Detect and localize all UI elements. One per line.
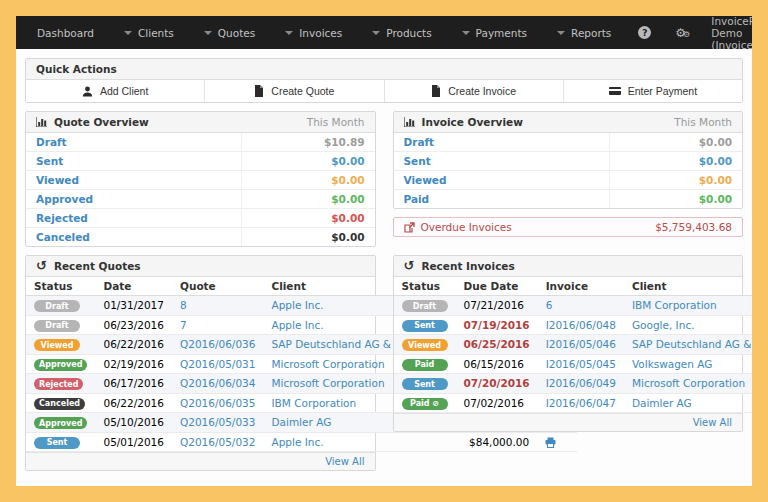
quote-link[interactable]: Q2016/06/035 bbox=[180, 397, 255, 409]
overview-row: Rejected$0.00 bbox=[26, 209, 375, 228]
overview-status-link[interactable]: Viewed bbox=[26, 171, 242, 189]
overview-status-link[interactable]: Sent bbox=[26, 152, 242, 170]
create-quote-button[interactable]: Create Quote bbox=[205, 80, 384, 102]
number-cell: Q2016/05/032 bbox=[172, 432, 263, 452]
enter-payment-button[interactable]: Enter Payment bbox=[564, 80, 742, 102]
invoice-overview-header: Invoice Overview This Month bbox=[394, 112, 743, 133]
nav-item-dashboard[interactable]: Dashboard bbox=[22, 16, 109, 49]
chevron-down-icon bbox=[204, 31, 212, 35]
nav-item-products[interactable]: Products bbox=[357, 16, 446, 49]
client-link[interactable]: Daimler AG bbox=[271, 416, 331, 428]
client-link[interactable]: IBM Corporation bbox=[632, 299, 717, 311]
quote-link[interactable]: Q2016/05/032 bbox=[180, 436, 255, 448]
status-badge: Rejected bbox=[34, 378, 83, 390]
client-link[interactable]: Daimler AG bbox=[632, 397, 692, 409]
overview-status-link[interactable]: Draft bbox=[394, 133, 610, 151]
status-cell: Viewed bbox=[394, 335, 456, 355]
number-cell: 8 bbox=[172, 296, 263, 316]
column-header-client: Client bbox=[624, 277, 752, 296]
status-badge: Approved bbox=[34, 417, 87, 429]
recent-invoices-title: Recent Invoices bbox=[421, 260, 514, 272]
client-link[interactable]: SAP Deutschland AG & Co. KG bbox=[632, 338, 752, 350]
client-link[interactable]: IBM Corporation bbox=[271, 397, 356, 409]
client-cell: Apple Inc. bbox=[263, 432, 437, 452]
quote-link[interactable]: 7 bbox=[180, 319, 187, 331]
client-link[interactable]: Microsoft Corporation bbox=[632, 377, 745, 389]
overview-status-link[interactable]: Rejected bbox=[26, 209, 242, 227]
client-link[interactable]: Google, Inc. bbox=[632, 319, 695, 331]
status-cell: Paid ⊘ bbox=[394, 393, 456, 413]
status-cell: Draft bbox=[394, 296, 456, 316]
overdue-invoices-panel[interactable]: Overdue Invoices $5,759,403.68 bbox=[393, 217, 744, 237]
nav-item-payments[interactable]: Payments bbox=[447, 16, 542, 49]
quote-link[interactable]: Q2016/05/033 bbox=[180, 416, 255, 428]
status-badge: Sent bbox=[402, 378, 448, 390]
quote-link[interactable]: Q2016/06/036 bbox=[180, 338, 255, 350]
quotes-view-all-link[interactable]: View All bbox=[325, 456, 364, 467]
overview-row: Viewed$0.00 bbox=[394, 171, 743, 190]
pdf-cell bbox=[537, 432, 577, 452]
nav-item-quotes[interactable]: Quotes bbox=[189, 16, 270, 49]
nav-item-reports[interactable]: Reports bbox=[542, 16, 626, 49]
chevron-down-icon bbox=[372, 31, 380, 35]
date-cell: 07/21/2016 bbox=[456, 296, 538, 316]
table-row: Sent07/20/2016I2016/06/049Microsoft Corp… bbox=[394, 374, 753, 394]
status-badge: Draft bbox=[34, 320, 80, 332]
overview-row: Paid$0.00 bbox=[394, 190, 743, 208]
client-link[interactable]: Apple Inc. bbox=[271, 319, 323, 331]
quote-link[interactable]: Q2016/05/031 bbox=[180, 358, 255, 370]
overview-row: Draft$0.00 bbox=[394, 133, 743, 152]
create-invoice-button[interactable]: Create Invoice bbox=[385, 80, 564, 102]
column-header-status: Status bbox=[394, 277, 456, 296]
invoice-link[interactable]: I2016/06/047 bbox=[546, 397, 616, 409]
client-cell: SAP Deutschland AG & Co. KG bbox=[624, 335, 752, 355]
settings-button[interactable]: ⚙⚙ bbox=[663, 26, 699, 40]
client-cell: Daimler AG bbox=[624, 393, 752, 413]
external-link-icon bbox=[404, 222, 415, 233]
nav-item-label: Quotes bbox=[218, 27, 255, 39]
number-cell: 7 bbox=[172, 315, 263, 335]
number-cell: I2016/06/049 bbox=[538, 374, 624, 394]
client-link[interactable]: Apple Inc. bbox=[271, 436, 323, 448]
nav-item-invoices[interactable]: Invoices bbox=[270, 16, 357, 49]
client-cell: Microsoft Corporation bbox=[624, 374, 752, 394]
overview-amount: $0.00 bbox=[610, 152, 742, 170]
overview-status-link[interactable]: Draft bbox=[26, 133, 242, 151]
client-link[interactable]: Volkswagen AG bbox=[632, 358, 713, 370]
client-link[interactable]: Microsoft Corporation bbox=[271, 377, 384, 389]
add-client-button[interactable]: Add Client bbox=[26, 80, 205, 102]
client-link[interactable]: Microsoft Corporation bbox=[271, 358, 384, 370]
client-link[interactable]: Apple Inc. bbox=[271, 299, 323, 311]
status-cell: Sent bbox=[394, 374, 456, 394]
chevron-down-icon bbox=[462, 31, 470, 35]
invoice-link[interactable]: 6 bbox=[546, 299, 553, 311]
overview-status-link[interactable]: Approved bbox=[26, 190, 242, 208]
recent-quotes-header: ↺ Recent Quotes bbox=[26, 256, 375, 277]
overview-status-link[interactable]: Paid bbox=[394, 190, 610, 208]
bar-chart-icon bbox=[404, 117, 415, 127]
date-cell: 05/01/2016 bbox=[95, 432, 172, 452]
quote-link[interactable]: Q2016/06/034 bbox=[180, 377, 255, 389]
help-button[interactable]: ? bbox=[626, 26, 663, 39]
invoice-link[interactable]: I2016/06/049 bbox=[546, 377, 616, 389]
history-icon: ↺ bbox=[36, 261, 47, 271]
invoice-link[interactable]: I2016/05/046 bbox=[546, 338, 616, 350]
invoice-link[interactable]: I2016/05/045 bbox=[546, 358, 616, 370]
table-row: Sent05/01/2016Q2016/05/032Apple Inc.$84,… bbox=[26, 432, 577, 452]
question-circle-icon: ? bbox=[638, 26, 651, 39]
status-cell: Canceled bbox=[26, 393, 95, 413]
overview-status-link[interactable]: Canceled bbox=[26, 228, 242, 246]
overview-status-link[interactable]: Viewed bbox=[394, 171, 610, 189]
quick-actions-title: Quick Actions bbox=[36, 63, 117, 75]
overview-amount: $0.00 bbox=[242, 171, 374, 189]
print-button[interactable] bbox=[545, 437, 556, 448]
overview-status-link[interactable]: Sent bbox=[394, 152, 610, 170]
user-menu[interactable]: InvoicePlane Demo (InvoicePlane) bbox=[699, 16, 752, 51]
quote-link[interactable]: 8 bbox=[180, 299, 187, 311]
invoice-link[interactable]: I2016/06/048 bbox=[546, 319, 616, 331]
quote-overview-title: Quote Overview bbox=[54, 116, 149, 128]
file-icon bbox=[431, 85, 441, 97]
nav-item-clients[interactable]: Clients bbox=[109, 16, 189, 49]
number-cell: Q2016/06/034 bbox=[172, 374, 263, 394]
invoices-view-all-link[interactable]: View All bbox=[693, 417, 732, 428]
